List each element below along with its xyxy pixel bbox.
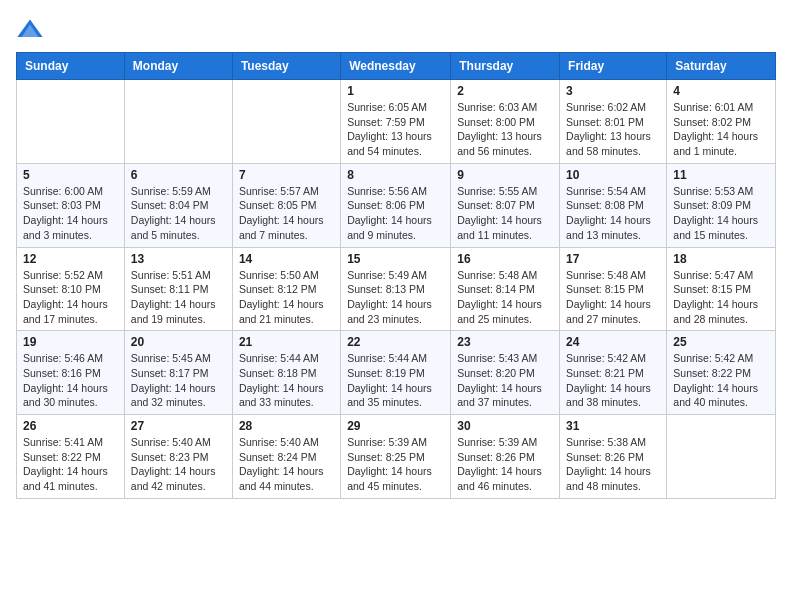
day-info: Sunrise: 5:39 AMSunset: 8:26 PMDaylight:… bbox=[457, 435, 553, 494]
calendar-cell bbox=[667, 415, 776, 499]
day-number: 20 bbox=[131, 335, 226, 349]
day-info: Sunrise: 6:02 AMSunset: 8:01 PMDaylight:… bbox=[566, 100, 660, 159]
calendar-cell: 20Sunrise: 5:45 AMSunset: 8:17 PMDayligh… bbox=[124, 331, 232, 415]
day-number: 6 bbox=[131, 168, 226, 182]
day-number: 13 bbox=[131, 252, 226, 266]
day-header-monday: Monday bbox=[124, 53, 232, 80]
calendar-cell bbox=[232, 80, 340, 164]
calendar-cell: 3Sunrise: 6:02 AMSunset: 8:01 PMDaylight… bbox=[560, 80, 667, 164]
calendar-header-row: SundayMondayTuesdayWednesdayThursdayFrid… bbox=[17, 53, 776, 80]
day-number: 17 bbox=[566, 252, 660, 266]
logo bbox=[16, 16, 48, 44]
day-number: 30 bbox=[457, 419, 553, 433]
calendar-cell: 28Sunrise: 5:40 AMSunset: 8:24 PMDayligh… bbox=[232, 415, 340, 499]
logo-icon bbox=[16, 16, 44, 44]
day-info: Sunrise: 5:55 AMSunset: 8:07 PMDaylight:… bbox=[457, 184, 553, 243]
calendar-cell: 30Sunrise: 5:39 AMSunset: 8:26 PMDayligh… bbox=[451, 415, 560, 499]
calendar-week-row: 19Sunrise: 5:46 AMSunset: 8:16 PMDayligh… bbox=[17, 331, 776, 415]
day-info: Sunrise: 5:44 AMSunset: 8:18 PMDaylight:… bbox=[239, 351, 334, 410]
calendar-cell: 14Sunrise: 5:50 AMSunset: 8:12 PMDayligh… bbox=[232, 247, 340, 331]
day-number: 29 bbox=[347, 419, 444, 433]
day-info: Sunrise: 5:40 AMSunset: 8:24 PMDaylight:… bbox=[239, 435, 334, 494]
day-info: Sunrise: 6:03 AMSunset: 8:00 PMDaylight:… bbox=[457, 100, 553, 159]
page-header bbox=[16, 16, 776, 44]
day-info: Sunrise: 5:59 AMSunset: 8:04 PMDaylight:… bbox=[131, 184, 226, 243]
calendar-cell: 24Sunrise: 5:42 AMSunset: 8:21 PMDayligh… bbox=[560, 331, 667, 415]
calendar-cell: 23Sunrise: 5:43 AMSunset: 8:20 PMDayligh… bbox=[451, 331, 560, 415]
day-info: Sunrise: 6:01 AMSunset: 8:02 PMDaylight:… bbox=[673, 100, 769, 159]
day-number: 22 bbox=[347, 335, 444, 349]
calendar-cell: 6Sunrise: 5:59 AMSunset: 8:04 PMDaylight… bbox=[124, 163, 232, 247]
calendar-week-row: 26Sunrise: 5:41 AMSunset: 8:22 PMDayligh… bbox=[17, 415, 776, 499]
calendar-cell: 29Sunrise: 5:39 AMSunset: 8:25 PMDayligh… bbox=[341, 415, 451, 499]
calendar-cell: 2Sunrise: 6:03 AMSunset: 8:00 PMDaylight… bbox=[451, 80, 560, 164]
day-info: Sunrise: 6:00 AMSunset: 8:03 PMDaylight:… bbox=[23, 184, 118, 243]
day-header-friday: Friday bbox=[560, 53, 667, 80]
day-info: Sunrise: 5:44 AMSunset: 8:19 PMDaylight:… bbox=[347, 351, 444, 410]
day-number: 8 bbox=[347, 168, 444, 182]
calendar-cell: 12Sunrise: 5:52 AMSunset: 8:10 PMDayligh… bbox=[17, 247, 125, 331]
calendar-cell: 15Sunrise: 5:49 AMSunset: 8:13 PMDayligh… bbox=[341, 247, 451, 331]
calendar-cell: 17Sunrise: 5:48 AMSunset: 8:15 PMDayligh… bbox=[560, 247, 667, 331]
day-number: 5 bbox=[23, 168, 118, 182]
calendar-cell: 11Sunrise: 5:53 AMSunset: 8:09 PMDayligh… bbox=[667, 163, 776, 247]
day-info: Sunrise: 5:51 AMSunset: 8:11 PMDaylight:… bbox=[131, 268, 226, 327]
day-number: 1 bbox=[347, 84, 444, 98]
day-number: 21 bbox=[239, 335, 334, 349]
day-info: Sunrise: 5:48 AMSunset: 8:14 PMDaylight:… bbox=[457, 268, 553, 327]
day-info: Sunrise: 5:53 AMSunset: 8:09 PMDaylight:… bbox=[673, 184, 769, 243]
calendar-cell: 7Sunrise: 5:57 AMSunset: 8:05 PMDaylight… bbox=[232, 163, 340, 247]
day-number: 16 bbox=[457, 252, 553, 266]
day-info: Sunrise: 5:42 AMSunset: 8:22 PMDaylight:… bbox=[673, 351, 769, 410]
day-info: Sunrise: 6:05 AMSunset: 7:59 PMDaylight:… bbox=[347, 100, 444, 159]
day-number: 12 bbox=[23, 252, 118, 266]
calendar-cell: 18Sunrise: 5:47 AMSunset: 8:15 PMDayligh… bbox=[667, 247, 776, 331]
day-header-saturday: Saturday bbox=[667, 53, 776, 80]
calendar-cell: 21Sunrise: 5:44 AMSunset: 8:18 PMDayligh… bbox=[232, 331, 340, 415]
day-info: Sunrise: 5:46 AMSunset: 8:16 PMDaylight:… bbox=[23, 351, 118, 410]
day-info: Sunrise: 5:56 AMSunset: 8:06 PMDaylight:… bbox=[347, 184, 444, 243]
day-number: 24 bbox=[566, 335, 660, 349]
day-number: 19 bbox=[23, 335, 118, 349]
calendar-cell: 8Sunrise: 5:56 AMSunset: 8:06 PMDaylight… bbox=[341, 163, 451, 247]
day-number: 14 bbox=[239, 252, 334, 266]
calendar-week-row: 5Sunrise: 6:00 AMSunset: 8:03 PMDaylight… bbox=[17, 163, 776, 247]
calendar-cell bbox=[124, 80, 232, 164]
day-info: Sunrise: 5:45 AMSunset: 8:17 PMDaylight:… bbox=[131, 351, 226, 410]
day-number: 7 bbox=[239, 168, 334, 182]
calendar-cell: 22Sunrise: 5:44 AMSunset: 8:19 PMDayligh… bbox=[341, 331, 451, 415]
day-number: 23 bbox=[457, 335, 553, 349]
calendar-cell: 10Sunrise: 5:54 AMSunset: 8:08 PMDayligh… bbox=[560, 163, 667, 247]
day-info: Sunrise: 5:43 AMSunset: 8:20 PMDaylight:… bbox=[457, 351, 553, 410]
day-number: 18 bbox=[673, 252, 769, 266]
calendar-cell bbox=[17, 80, 125, 164]
day-number: 4 bbox=[673, 84, 769, 98]
calendar-cell: 26Sunrise: 5:41 AMSunset: 8:22 PMDayligh… bbox=[17, 415, 125, 499]
calendar-cell: 1Sunrise: 6:05 AMSunset: 7:59 PMDaylight… bbox=[341, 80, 451, 164]
day-info: Sunrise: 5:40 AMSunset: 8:23 PMDaylight:… bbox=[131, 435, 226, 494]
calendar-week-row: 1Sunrise: 6:05 AMSunset: 7:59 PMDaylight… bbox=[17, 80, 776, 164]
day-info: Sunrise: 5:42 AMSunset: 8:21 PMDaylight:… bbox=[566, 351, 660, 410]
calendar-cell: 19Sunrise: 5:46 AMSunset: 8:16 PMDayligh… bbox=[17, 331, 125, 415]
calendar-week-row: 12Sunrise: 5:52 AMSunset: 8:10 PMDayligh… bbox=[17, 247, 776, 331]
day-number: 3 bbox=[566, 84, 660, 98]
calendar-cell: 16Sunrise: 5:48 AMSunset: 8:14 PMDayligh… bbox=[451, 247, 560, 331]
day-number: 28 bbox=[239, 419, 334, 433]
day-number: 26 bbox=[23, 419, 118, 433]
calendar-cell: 4Sunrise: 6:01 AMSunset: 8:02 PMDaylight… bbox=[667, 80, 776, 164]
day-info: Sunrise: 5:39 AMSunset: 8:25 PMDaylight:… bbox=[347, 435, 444, 494]
calendar-cell: 5Sunrise: 6:00 AMSunset: 8:03 PMDaylight… bbox=[17, 163, 125, 247]
day-info: Sunrise: 5:38 AMSunset: 8:26 PMDaylight:… bbox=[566, 435, 660, 494]
day-number: 27 bbox=[131, 419, 226, 433]
calendar-table: SundayMondayTuesdayWednesdayThursdayFrid… bbox=[16, 52, 776, 499]
day-number: 10 bbox=[566, 168, 660, 182]
day-number: 25 bbox=[673, 335, 769, 349]
day-header-thursday: Thursday bbox=[451, 53, 560, 80]
day-number: 11 bbox=[673, 168, 769, 182]
day-header-wednesday: Wednesday bbox=[341, 53, 451, 80]
day-info: Sunrise: 5:52 AMSunset: 8:10 PMDaylight:… bbox=[23, 268, 118, 327]
calendar-cell: 9Sunrise: 5:55 AMSunset: 8:07 PMDaylight… bbox=[451, 163, 560, 247]
calendar-cell: 13Sunrise: 5:51 AMSunset: 8:11 PMDayligh… bbox=[124, 247, 232, 331]
day-info: Sunrise: 5:54 AMSunset: 8:08 PMDaylight:… bbox=[566, 184, 660, 243]
day-number: 9 bbox=[457, 168, 553, 182]
